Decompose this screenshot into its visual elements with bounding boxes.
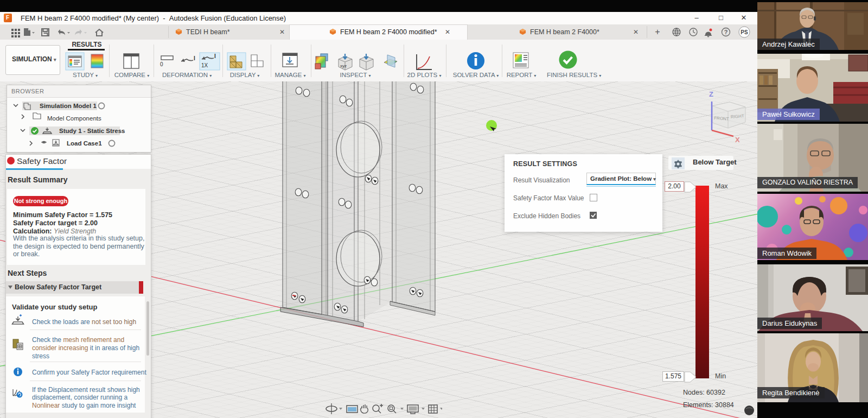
- svg-text:RIGHT: RIGHT: [731, 113, 745, 119]
- svg-text:Z: Z: [709, 90, 713, 98]
- svg-text:PS: PS: [741, 29, 748, 35]
- svg-text:xyz: xyz: [340, 64, 347, 68]
- svg-text:0: 0: [160, 61, 163, 67]
- svg-text:FRONT: FRONT: [714, 116, 729, 122]
- svg-text:X: X: [735, 136, 740, 144]
- svg-text:1X: 1X: [201, 62, 208, 68]
- svg-text:I: I: [214, 53, 216, 59]
- svg-text:?: ?: [724, 29, 728, 35]
- svg-text:I: I: [194, 55, 195, 61]
